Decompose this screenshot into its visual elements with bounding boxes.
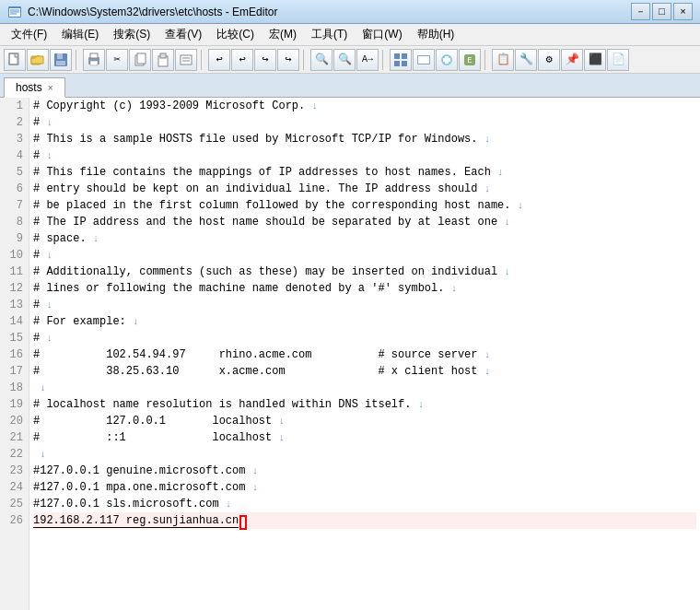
table-row: # 38.25.63.10 x.acme.com # x client host… bbox=[33, 363, 696, 380]
svg-rect-29 bbox=[443, 58, 450, 62]
table-row: 192.168.2.117 reg.sunjianhua.cn bbox=[33, 512, 696, 529]
table-row: # For example: ↓ bbox=[33, 313, 696, 330]
table-row: # ↓ bbox=[33, 247, 696, 264]
svg-rect-10 bbox=[56, 61, 65, 65]
undo-button[interactable]: ↩ bbox=[208, 49, 230, 71]
view-button[interactable] bbox=[413, 49, 435, 71]
cut-button[interactable]: ✂ bbox=[106, 49, 128, 71]
line-number: 11 bbox=[6, 264, 23, 280]
tab-hosts[interactable]: hosts × bbox=[4, 77, 65, 98]
paste-button[interactable] bbox=[152, 49, 174, 71]
toolbar-group-6: 📋 🔧 ⚙ 📌 ⬛ 📄 bbox=[492, 49, 629, 71]
table-row: # lines or following the machine name de… bbox=[33, 280, 696, 297]
toolbar-group-5: E bbox=[390, 49, 481, 71]
svg-text:E: E bbox=[467, 56, 472, 65]
menu-edit[interactable]: 编辑(E) bbox=[54, 25, 106, 45]
table-row: # ::1 localhost ↓ bbox=[33, 429, 696, 446]
separator-5 bbox=[484, 50, 488, 70]
extra4[interactable]: 📌 bbox=[561, 49, 583, 71]
table-row: # be placed in the first column followed… bbox=[33, 197, 696, 214]
search-button[interactable]: 🔍 bbox=[310, 49, 332, 71]
redo2-button[interactable]: ↪ bbox=[277, 49, 299, 71]
table-row: # The IP address and the host name shoul… bbox=[33, 214, 696, 230]
editor-area[interactable]: 1234567891011121314151617181920212223242… bbox=[0, 98, 700, 610]
line-number: 1 bbox=[6, 98, 23, 114]
line-number: 14 bbox=[6, 313, 23, 330]
line-number: 19 bbox=[6, 396, 23, 413]
extra2[interactable]: 🔧 bbox=[515, 49, 537, 71]
search2-button[interactable]: 🔍 bbox=[333, 49, 356, 71]
svg-rect-24 bbox=[402, 61, 407, 66]
redo-button[interactable]: ↪ bbox=[254, 49, 276, 71]
menu-help[interactable]: 帮助(H) bbox=[410, 25, 462, 45]
menu-search[interactable]: 搜索(S) bbox=[106, 25, 158, 45]
table-row: ↓ bbox=[33, 446, 696, 463]
svg-rect-15 bbox=[137, 53, 146, 64]
line-number: 16 bbox=[6, 346, 23, 363]
table-row: # 102.54.94.97 rhino.acme.com # source s… bbox=[33, 346, 696, 363]
plugin-button[interactable] bbox=[436, 49, 458, 71]
svg-rect-9 bbox=[57, 53, 63, 59]
table-row: #127.0.0.1 genuine.microsoft.com ↓ bbox=[33, 463, 696, 479]
new-button[interactable] bbox=[4, 49, 26, 71]
table-row: # ↓ bbox=[33, 147, 696, 164]
line-number: 17 bbox=[6, 363, 23, 380]
maximize-button[interactable]: □ bbox=[652, 3, 671, 20]
line-number: 10 bbox=[6, 247, 23, 264]
line-number: 7 bbox=[6, 197, 23, 214]
save-button[interactable] bbox=[50, 49, 72, 71]
close-button[interactable]: × bbox=[673, 3, 693, 20]
line-number: 25 bbox=[6, 496, 23, 512]
menu-window[interactable]: 窗口(W) bbox=[355, 25, 409, 45]
table-row: # ↓ bbox=[33, 297, 696, 313]
line-number: 26 bbox=[6, 512, 23, 529]
svg-rect-22 bbox=[402, 53, 407, 59]
extra5[interactable]: ⬛ bbox=[584, 49, 606, 71]
table-row: # localhost name resolution is handled w… bbox=[33, 396, 696, 413]
table-row: # ↓ bbox=[33, 114, 696, 131]
svg-rect-26 bbox=[418, 56, 429, 64]
code-content[interactable]: # Copyright (c) 1993-2009 Microsoft Corp… bbox=[29, 98, 700, 610]
separator-3 bbox=[303, 50, 307, 70]
menu-compare[interactable]: 比较(C) bbox=[209, 25, 262, 45]
window-controls[interactable]: － □ × bbox=[631, 3, 693, 20]
toolbar-group-1 bbox=[4, 49, 72, 71]
line-number: 23 bbox=[6, 463, 23, 479]
line-number: 21 bbox=[6, 429, 23, 446]
table-row: #127.0.0.1 mpa.one.microsoft.com ↓ bbox=[33, 479, 696, 496]
line-number: 4 bbox=[6, 147, 23, 164]
open-button[interactable] bbox=[27, 49, 49, 71]
toolbar: ✂ ↩ ↩ ↪ ↪ 🔍 🔍 A→ E bbox=[0, 46, 700, 74]
separator-4 bbox=[382, 50, 386, 70]
extra6[interactable]: 📄 bbox=[607, 49, 629, 71]
line-number: 18 bbox=[6, 380, 23, 396]
tabbar: hosts × bbox=[0, 74, 700, 98]
menu-file[interactable]: 文件(F) bbox=[4, 25, 54, 45]
line-number: 20 bbox=[6, 413, 23, 429]
minimize-button[interactable]: － bbox=[631, 3, 650, 20]
extra3[interactable]: ⚙ bbox=[538, 49, 560, 71]
svg-rect-21 bbox=[394, 53, 400, 59]
svg-rect-13 bbox=[90, 61, 98, 65]
menu-view[interactable]: 查看(V) bbox=[158, 25, 209, 45]
menu-macro[interactable]: 宏(M) bbox=[262, 25, 304, 45]
line-number: 12 bbox=[6, 280, 23, 297]
extra-btn1[interactable] bbox=[175, 49, 197, 71]
print-button[interactable] bbox=[83, 49, 105, 71]
grid-button[interactable] bbox=[390, 49, 412, 71]
line-number: 3 bbox=[6, 131, 23, 147]
menu-tools[interactable]: 工具(T) bbox=[304, 25, 355, 45]
toolbar-group-4: 🔍 🔍 A→ bbox=[310, 49, 379, 71]
line-numbers: 1234567891011121314151617181920212223242… bbox=[0, 98, 29, 610]
table-row: # Copyright (c) 1993-2009 Microsoft Corp… bbox=[33, 98, 696, 114]
line-number: 24 bbox=[6, 479, 23, 496]
titlebar: C:\Windows\System32\drivers\etc\hosts - … bbox=[0, 0, 700, 24]
undo2-button[interactable]: ↩ bbox=[231, 49, 253, 71]
extra1[interactable]: 📋 bbox=[492, 49, 514, 71]
separator-2 bbox=[201, 50, 204, 70]
replace-button[interactable]: A→ bbox=[356, 49, 379, 71]
tab-close-button[interactable]: × bbox=[48, 83, 53, 93]
ext-button[interactable]: E bbox=[459, 49, 481, 71]
table-row: # This file contains the mappings of IP … bbox=[33, 164, 696, 181]
copy-button[interactable] bbox=[129, 49, 151, 71]
